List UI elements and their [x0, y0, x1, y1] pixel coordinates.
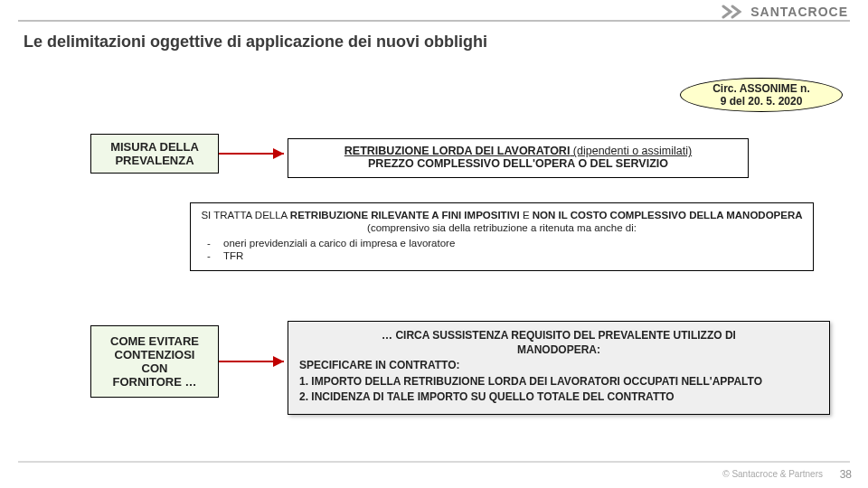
- bullet-dash-icon: -: [207, 249, 214, 262]
- topic-box-evitare: COME EVITARE CONTENZIOSI CON FORNITORE …: [90, 325, 219, 398]
- formula-numerator-bold: RETRIBUZIONE LORDA DEI LAVORATORI: [344, 145, 571, 157]
- detail-intro-mid: E: [520, 210, 533, 221]
- detail-intro-suffix: (comprensivo sia della retribuzione a ri…: [367, 222, 637, 233]
- detail-list: -oneri previdenziali a carico di impresa…: [207, 237, 804, 263]
- recommendation-box: … CIRCA SUSSISTENZA REQUISITO DEL PREVAL…: [288, 321, 830, 415]
- formula-denominator: PREZZO COMPLESSIVO DELL'OPERA O DEL SERV…: [297, 157, 739, 170]
- brand-logo-icon: [722, 4, 745, 20]
- bullet-dash-icon: -: [207, 237, 214, 249]
- page-number: 38: [840, 468, 852, 481]
- brand-name: SANTACROCE: [750, 5, 848, 19]
- recommendation-l1: SPECIFICARE IN CONTRATTO:: [299, 359, 818, 373]
- recommendation-l3: 2. INCIDENZA DI TALE IMPORTO SU QUELLO T…: [299, 390, 818, 405]
- reference-line1: Circ. ASSONIME n.: [686, 82, 836, 95]
- recommendation-head1: … CIRCA SUSSISTENZA REQUISITO DEL PREVAL…: [299, 329, 818, 343]
- slide: SANTACROCE Le delimitazioni oggettive di…: [0, 0, 868, 488]
- topic-box-misura-line1: MISURA DELLA: [95, 140, 214, 154]
- detail-li1: oneri previdenziali a carico di impresa …: [223, 237, 455, 249]
- topic-box-evitare-line1: COME EVITARE: [110, 334, 199, 348]
- reference-badge: Circ. ASSONIME n. 9 del 20. 5. 2020: [680, 78, 843, 112]
- detail-intro: SI TRATTA DELLA RETRIBUZIONE RILEVANTE A…: [200, 209, 804, 235]
- header-divider: [18, 20, 850, 22]
- detail-li2: TFR: [223, 249, 243, 262]
- detail-intro-bold2: NON IL COSTO COMPLESSIVO DELLA MANODOPER…: [533, 210, 803, 221]
- list-item: -TFR: [207, 249, 804, 262]
- reference-line2: 9 del 20. 5. 2020: [686, 95, 836, 108]
- detail-intro-pref: SI TRATTA DELLA: [201, 210, 289, 221]
- list-item: -oneri previdenziali a carico di impresa…: [207, 237, 804, 249]
- recommendation-head2: MANODOPERA:: [299, 343, 818, 358]
- formula-numerator: RETRIBUZIONE LORDA DEI LAVORATORI (dipen…: [297, 145, 739, 157]
- brand: SANTACROCE: [722, 4, 848, 20]
- detail-box: SI TRATTA DELLA RETRIBUZIONE RILEVANTE A…: [190, 202, 814, 271]
- topic-box-misura: MISURA DELLA PREVALENZA: [90, 134, 219, 174]
- formula-numerator-plain: (dipendenti o assimilati): [570, 145, 692, 157]
- footer-copyright: © Santacroce & Partners: [722, 469, 823, 479]
- topic-box-evitare-line4: FORNITORE …: [110, 375, 199, 389]
- formula-box: RETRIBUZIONE LORDA DEI LAVORATORI (dipen…: [288, 138, 749, 178]
- page-title: Le delimitazioni oggettive di applicazio…: [24, 33, 487, 52]
- recommendation-l2: 1. IMPORTO DELLA RETRIBUZIONE LORDA DEI …: [299, 375, 818, 389]
- topic-box-evitare-line2: CONTENZIOSI: [110, 348, 199, 361]
- footer-divider: [18, 461, 850, 463]
- topic-box-evitare-line3: CON: [110, 361, 199, 375]
- topic-box-misura-line2: PREVALENZA: [95, 154, 214, 167]
- detail-intro-bold1: RETRIBUZIONE RILEVANTE A FINI IMPOSITIVI: [290, 210, 520, 221]
